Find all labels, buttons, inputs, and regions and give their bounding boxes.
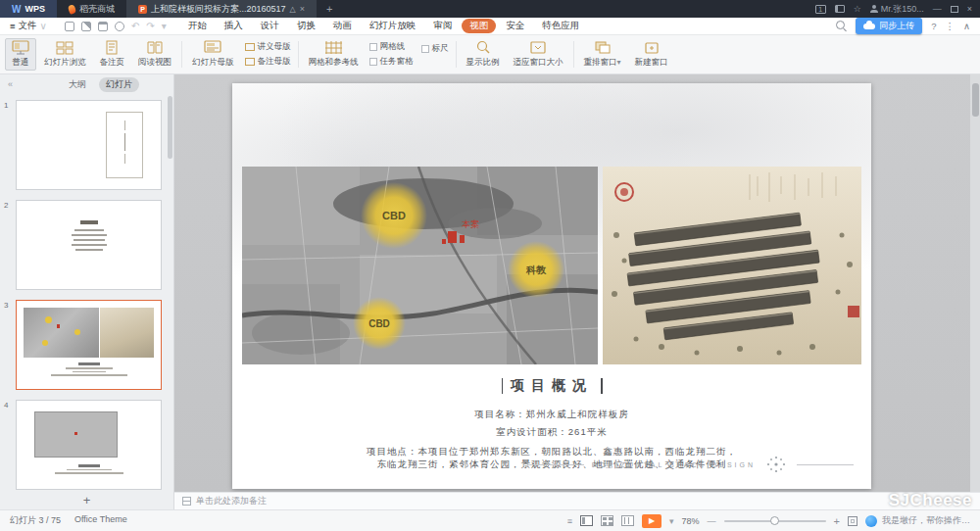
footer-brand-text: HORIZONTAL SPACE DESIGN: [592, 461, 756, 468]
slide-thumb-row-2: 2: [4, 200, 162, 290]
tab-security[interactable]: 安全: [498, 19, 532, 33]
canvas-scrollbar-thumb[interactable]: [972, 83, 979, 117]
favorite-icon[interactable]: ☆: [854, 4, 861, 14]
collapse-ribbon-icon[interactable]: ∧: [963, 21, 970, 31]
maximize-button[interactable]: [951, 6, 958, 13]
play-options-caret-icon[interactable]: ▾: [669, 516, 674, 526]
zoom-in-button[interactable]: +: [834, 515, 840, 527]
slide-counter: 幻灯片 3 / 75: [10, 514, 61, 527]
new-tab-button[interactable]: +: [317, 0, 342, 18]
ruler-checkbox[interactable]: 标尺: [421, 43, 449, 55]
zoom-out-button[interactable]: —: [708, 516, 716, 526]
arrange-window-button[interactable]: 重排窗口▾: [578, 38, 627, 71]
tab-animation[interactable]: 动画: [325, 19, 360, 33]
theme-name[interactable]: Office Theme: [74, 514, 127, 527]
architecture-render-image[interactable]: [603, 167, 861, 364]
slide-thumbnail-2[interactable]: [16, 200, 162, 290]
wps-logo[interactable]: W WPS: [0, 0, 57, 18]
slide-thumbnail-1[interactable]: [16, 100, 162, 190]
satellite-map-image[interactable]: 本案 CBD 科教 CBD: [242, 167, 598, 364]
cloud-sync-button[interactable]: 同步上传: [856, 18, 922, 34]
tab-docer-store[interactable]: 稻壳商城: [57, 0, 126, 18]
file-menu[interactable]: ≡ 文件 ∨: [0, 20, 55, 32]
slide-sorter-button[interactable]: 幻灯片浏览: [38, 38, 92, 71]
thumb-map: [24, 308, 98, 357]
marker-label: 本案: [462, 219, 479, 229]
menubar: ≡ 文件 ∨ ↶ ↷ ▾ 开始 插入 设计 切换 动画 幻灯片放映 审阅 视图 …: [0, 18, 980, 35]
window-switch-icon[interactable]: 1: [815, 5, 826, 14]
normal-view-button[interactable]: 普通: [5, 38, 36, 71]
redo-icon[interactable]: ↷: [146, 21, 154, 31]
user-account[interactable]: Mr.张150...: [870, 3, 924, 16]
add-slide-button[interactable]: +: [0, 493, 173, 507]
tab-view[interactable]: 视图: [462, 19, 496, 33]
tab-transitions[interactable]: 切换: [289, 19, 323, 33]
tab-review[interactable]: 审阅: [425, 19, 460, 33]
zoom-slider-thumb[interactable]: [770, 516, 779, 525]
help-icon[interactable]: ?: [931, 21, 936, 31]
more-icon[interactable]: ⋮: [946, 21, 956, 31]
tab-document[interactable]: P 上和院样板间投标方案...20160517 △ ×: [126, 0, 317, 18]
thumb-site-plan: [34, 411, 118, 458]
slide-thumbnail-4[interactable]: [16, 400, 162, 490]
user-name: Mr.张150...: [881, 3, 924, 16]
assistant-widget[interactable]: 我是墩仔，帮你操作…: [865, 514, 970, 527]
slide-thumb-row-4: 4: [4, 400, 162, 490]
cloud-icon: [863, 24, 875, 29]
slide-footer: HORIZONTAL SPACE DESIGN: [527, 454, 854, 475]
current-slide[interactable]: 本案 CBD 科教 CBD: [232, 83, 871, 489]
cbd1-label: CBD: [382, 210, 406, 221]
play-slideshow-button[interactable]: ▶: [642, 514, 662, 528]
canvas-scrollbar[interactable]: [970, 74, 980, 492]
quick-access-caret-icon[interactable]: ▾: [162, 21, 167, 31]
slides-tab[interactable]: 幻灯片: [99, 77, 139, 92]
sidebar-scrollbar[interactable]: [168, 96, 172, 159]
output-icon[interactable]: [81, 22, 91, 31]
project-name-text[interactable]: 项目名称：郑州永威上和院样板房: [232, 409, 871, 421]
close-window-button[interactable]: ×: [967, 4, 972, 14]
handout-master-icon: [245, 43, 255, 51]
gridlines-checkbox[interactable]: 网格线: [369, 41, 414, 53]
zoom-button[interactable]: 显示比例: [461, 38, 506, 71]
tab-slideshow[interactable]: 幻灯片放映: [362, 19, 424, 33]
notes-bar[interactable]: 单击此处添加备注: [174, 492, 980, 509]
flame-icon: [68, 4, 77, 15]
fit-slide-icon[interactable]: [848, 516, 858, 526]
new-window-button[interactable]: 新建窗口: [629, 38, 674, 71]
close-tab-icon[interactable]: ×: [300, 4, 305, 14]
slide-master-button[interactable]: 幻灯片母版: [186, 38, 240, 71]
search-icon[interactable]: [836, 21, 847, 31]
statusbar-reading-view-icon[interactable]: [621, 515, 634, 526]
tab-home[interactable]: 开始: [180, 19, 215, 33]
design-area-text[interactable]: 室内设计面积：261平米: [232, 426, 871, 439]
tab-design[interactable]: 设计: [253, 19, 287, 33]
hamburger-icon: ≡: [10, 21, 16, 31]
outline-tab[interactable]: 大纲: [62, 77, 93, 92]
statusbar-sorter-view-icon[interactable]: [601, 515, 613, 526]
tab-special-apps[interactable]: 特色应用: [534, 19, 587, 33]
handout-master-button[interactable]: 讲义母版: [245, 41, 291, 53]
zoom-percent[interactable]: 78%: [682, 516, 700, 526]
task-pane-checkbox[interactable]: 任务窗格: [369, 56, 414, 68]
editing-canvas[interactable]: 本案 CBD 科教 CBD: [174, 74, 980, 492]
save-icon[interactable]: [65, 22, 74, 31]
tab-insert[interactable]: 插入: [217, 19, 251, 33]
print-icon[interactable]: [98, 22, 108, 31]
slide-title[interactable]: 项目概况: [232, 377, 871, 395]
minimize-button[interactable]: —: [933, 4, 942, 14]
grid-guides-button[interactable]: 网格和参考线: [303, 38, 365, 71]
keji-label: 科教: [525, 265, 547, 275]
statusbar-normal-view-icon[interactable]: [580, 515, 593, 526]
notes-master-button[interactable]: 备注母版: [245, 56, 291, 68]
reading-view-button[interactable]: 阅读视图: [132, 38, 177, 71]
slide-thumbnail-3-selected[interactable]: [16, 300, 162, 390]
undo-icon[interactable]: ↶: [131, 21, 139, 31]
fit-window-button[interactable]: 适应窗口大小: [508, 38, 569, 71]
notes-master-icon: [245, 58, 255, 66]
preview-icon[interactable]: [115, 22, 124, 31]
skin-icon[interactable]: [835, 5, 845, 13]
collapse-panel-icon[interactable]: «: [8, 79, 13, 89]
notes-page-button[interactable]: 备注页: [94, 38, 131, 71]
notes-toggle-icon[interactable]: ≡: [567, 516, 572, 526]
zoom-slider[interactable]: [724, 520, 826, 522]
